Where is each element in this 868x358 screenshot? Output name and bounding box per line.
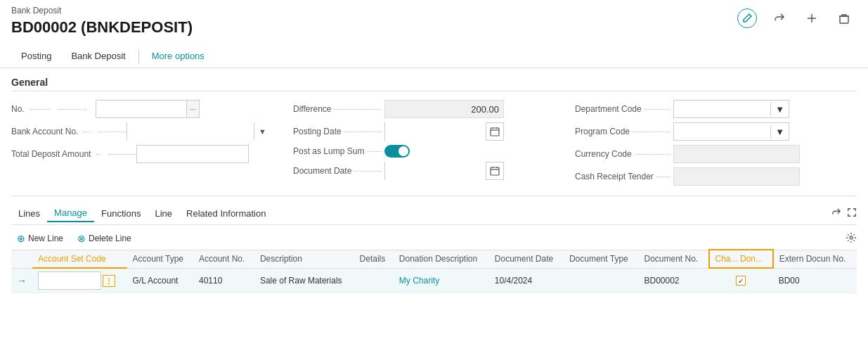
breadcrumb: Bank Deposit <box>11 6 857 15</box>
toolbar <box>737 8 854 28</box>
program-code-label: Program Code <box>575 127 630 136</box>
th-document-type: Document Type <box>564 250 639 268</box>
currency-code-label: Currency Code <box>575 149 632 159</box>
account-set-code-btn[interactable]: ⋮ <box>103 275 115 287</box>
delete-icon[interactable] <box>834 8 854 28</box>
table-row[interactable]: → 40110-ADM-... ⋮ G/L Account 40110 Sale… <box>11 268 857 293</box>
th-document-no: Document No. <box>639 250 709 268</box>
svg-rect-2 <box>840 16 848 23</box>
th-account-type: Account Type <box>127 250 193 268</box>
th-extern-doc-no: Extern Docun No. <box>773 250 857 268</box>
page-title: BD00002 (BNKDEPOSIT) <box>11 18 857 37</box>
account-set-code-input[interactable]: 40110-ADM-... <box>38 271 101 290</box>
col1: No. BD00002 ··· Bank Account No. CHECKIN… <box>11 100 293 190</box>
cell-description: Sale of Raw Materials <box>254 268 354 293</box>
no-input[interactable]: BD00002 <box>96 100 187 118</box>
th-description: Description <box>254 250 354 268</box>
bank-account-arrow[interactable]: ▼ <box>254 123 271 140</box>
delete-line-btn[interactable]: ⊗ Delete Line <box>72 231 137 246</box>
col2: Difference 200.00 Posting Date 10/4/2024 <box>293 100 575 190</box>
add-icon[interactable] <box>802 8 822 28</box>
difference-label: Difference <box>293 104 331 114</box>
tab-posting[interactable]: Posting <box>11 45 61 68</box>
new-line-btn[interactable]: ⊕ New Line <box>11 231 69 246</box>
difference-row: Difference 200.00 <box>293 100 575 118</box>
bank-account-dropdown[interactable]: CHECKING ▼ <box>127 122 239 141</box>
row-arrow: → <box>11 268 32 293</box>
document-date-row: Document Date 10/4/2024 <box>293 162 575 180</box>
cash-receipt-row: Cash Receipt Tender <box>575 167 857 186</box>
th-account-no: Account No. <box>193 250 254 268</box>
general-section: General No. BD00002 ··· Bank Account <box>0 68 868 196</box>
account-set-code-cell: 40110-ADM-... ⋮ <box>38 271 122 290</box>
cha-don-checkbox[interactable]: ✓ <box>736 276 746 286</box>
total-deposit-label: Total Deposit Amount <box>11 149 136 159</box>
svg-rect-8 <box>491 167 499 175</box>
no-ellipsis-btn[interactable]: ··· <box>187 100 200 118</box>
tab-related-info[interactable]: Related Information <box>179 205 273 222</box>
program-code-arrow[interactable]: ▼ <box>770 125 789 139</box>
cell-document-date: 10/4/2024 <box>489 268 564 293</box>
tab-manage[interactable]: Manage <box>47 205 94 222</box>
tab-divider <box>138 49 139 63</box>
posting-date-input[interactable]: 10/4/2024 <box>384 122 504 141</box>
expand-lines-icon[interactable] <box>847 207 857 219</box>
donation-desc-link[interactable]: My Charity <box>399 276 439 286</box>
new-line-icon: ⊕ <box>17 233 25 244</box>
cell-cha-don: ✓ <box>709 268 773 293</box>
cash-receipt-value <box>673 167 800 186</box>
document-date-label: Document Date <box>293 166 351 176</box>
document-date-input[interactable]: 10/4/2024 <box>384 162 504 180</box>
posting-date-calendar-icon[interactable] <box>486 123 503 140</box>
tab-functions[interactable]: Functions <box>94 205 148 222</box>
tab-line[interactable]: Line <box>148 205 179 222</box>
delete-line-icon: ⊗ <box>77 233 86 244</box>
section-general-title: General <box>11 77 857 91</box>
posting-date-label: Posting Date <box>293 127 342 136</box>
main-tabs: Posting Bank Deposit More options <box>0 45 868 68</box>
cell-details <box>354 268 394 293</box>
total-deposit-input[interactable]: 200.00 <box>136 145 249 163</box>
section-divider <box>11 196 857 196</box>
th-account-set-code: Account Set Code <box>32 250 127 268</box>
cell-extern-doc-no: BD00 <box>773 268 857 293</box>
cha-don-checkbox-cell[interactable]: ✓ <box>715 276 767 286</box>
posting-date-field[interactable]: 10/4/2024 <box>385 122 486 141</box>
th-details: Details <box>354 250 394 268</box>
cell-document-type <box>564 268 639 293</box>
col3: Department Code ▼ Program Code <box>575 100 857 190</box>
post-lump-toggle[interactable] <box>384 145 410 158</box>
share-lines-icon[interactable] <box>831 207 841 219</box>
th-document-date: Document Date <box>489 250 564 268</box>
difference-value: 200.00 <box>384 100 504 118</box>
cell-account-set-code[interactable]: 40110-ADM-... ⋮ <box>32 268 127 293</box>
cell-account-type: G/L Account <box>127 268 193 293</box>
settings-icon[interactable] <box>846 232 857 245</box>
tab-bank-deposit[interactable]: Bank Deposit <box>61 45 135 68</box>
th-arrow <box>11 250 32 268</box>
department-code-arrow[interactable]: ▼ <box>770 103 789 116</box>
no-input-group: BD00002 ··· <box>96 100 200 118</box>
department-code-row: Department Code ▼ <box>575 100 857 118</box>
lines-header-icons <box>831 207 857 219</box>
post-lump-label: Post as Lump Sum <box>293 146 364 156</box>
edit-icon[interactable] <box>737 8 757 28</box>
cell-donation-desc: My Charity <box>394 268 489 293</box>
program-code-row: Program Code ▼ <box>575 122 857 141</box>
document-date-field[interactable]: 10/4/2024 <box>385 162 486 180</box>
document-date-calendar-icon[interactable] <box>486 162 503 179</box>
lines-table-container: Account Set Code Account Type Account No… <box>11 249 857 293</box>
th-donation-desc: Donation Description <box>394 250 489 268</box>
svg-rect-4 <box>491 128 499 136</box>
department-code-label: Department Code <box>575 104 642 114</box>
svg-point-12 <box>850 236 853 239</box>
tab-lines[interactable]: Lines <box>11 205 47 222</box>
posting-date-row: Posting Date 10/4/2024 <box>293 122 575 141</box>
th-cha-don: Cha... Don... <box>709 250 773 268</box>
tab-more-options[interactable]: More options <box>142 45 214 68</box>
bank-account-input[interactable]: CHECKING <box>127 122 254 141</box>
lines-tabs-bar: Lines Manage Functions Line Related Info… <box>11 205 857 225</box>
post-lump-row: Post as Lump Sum <box>293 145 575 158</box>
share-icon[interactable] <box>770 8 789 28</box>
currency-code-value <box>673 145 800 163</box>
